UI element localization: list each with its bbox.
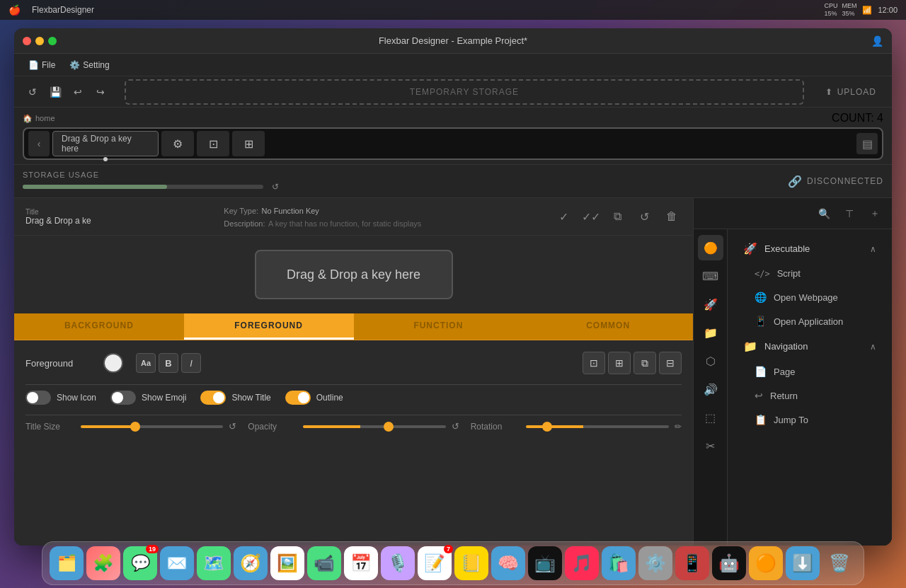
save-button[interactable]: 💾 xyxy=(45,82,65,102)
category-executable[interactable]: 🚀 Executable ∧ xyxy=(733,236,886,261)
align-right-button[interactable]: ⧉ xyxy=(633,352,656,374)
tab-background[interactable]: BACKGROUND xyxy=(14,313,184,340)
key-item-gear[interactable]: ⚙ xyxy=(161,131,194,156)
dock-notes[interactable]: 📒 xyxy=(454,546,488,580)
tab-foreground[interactable]: FOREGROUND xyxy=(184,313,354,340)
child-open-webpage[interactable]: 🌐 Open Webpage xyxy=(745,286,886,309)
upload-button[interactable]: ⬆ UPLOAD xyxy=(818,83,883,101)
apple-logo-icon[interactable]: 🍎 xyxy=(8,4,21,16)
show-icon-toggle[interactable] xyxy=(25,391,51,405)
side-icon-tools[interactable]: ✂ xyxy=(698,433,723,459)
side-icon-keyboard[interactable]: ⌨ xyxy=(698,263,723,289)
dock-messages[interactable]: 💬 19 xyxy=(123,546,157,580)
show-title-toggle[interactable] xyxy=(200,391,226,405)
cpu-label: CPU xyxy=(824,2,837,10)
count-label: COUNT: 4 xyxy=(832,112,883,125)
user-icon[interactable]: 👤 xyxy=(871,35,883,47)
dock-safari[interactable]: 🧭 xyxy=(234,546,268,580)
opacity-refresh[interactable]: ↺ xyxy=(452,421,459,432)
breadcrumb: 🏠 home xyxy=(23,114,55,123)
color-picker[interactable] xyxy=(103,353,123,373)
align-left-button[interactable]: ⊡ xyxy=(583,352,605,374)
dock-photos[interactable]: 🖼️ xyxy=(270,546,304,580)
double-check-button[interactable]: ✓✓ xyxy=(581,207,601,226)
key-item-grid[interactable]: ⊞ xyxy=(232,131,265,156)
child-page[interactable]: 📄 Page xyxy=(745,360,886,383)
add-button[interactable]: ＋ xyxy=(865,204,885,224)
child-jump-to[interactable]: 📋 Jump To xyxy=(745,408,886,431)
tab-common[interactable]: COMMON xyxy=(523,313,693,340)
reset-button[interactable]: ↺ xyxy=(635,207,655,226)
refresh-button[interactable]: ↺ xyxy=(23,82,42,102)
menu-file[interactable]: 📄 File xyxy=(23,57,61,73)
font-icon[interactable]: Aa xyxy=(136,353,156,373)
title-size-refresh[interactable]: ↺ xyxy=(229,421,236,432)
side-icon-volume[interactable]: 🔊 xyxy=(698,376,723,402)
redo-button[interactable]: ↪ xyxy=(91,82,110,102)
end-button[interactable]: ▤ xyxy=(856,133,878,154)
confirm-button[interactable]: ✓ xyxy=(554,207,574,226)
filter-button[interactable]: ⊤ xyxy=(839,204,859,224)
key-item-expand[interactable]: ⊡ xyxy=(197,131,229,156)
child-script[interactable]: </> Script xyxy=(745,263,886,284)
close-button[interactable] xyxy=(23,37,31,45)
child-open-application[interactable]: 📱 Open Application xyxy=(745,310,886,333)
dock-chatgpt[interactable]: 🤖 xyxy=(712,546,746,580)
title-size-slider[interactable] xyxy=(81,425,223,428)
setting-label: Setting xyxy=(83,60,109,70)
dock-downloads[interactable]: ⬇️ xyxy=(786,546,820,580)
jump-to-icon: 📋 xyxy=(755,414,767,425)
title-size-label: Title Size xyxy=(25,422,75,432)
grid-button[interactable]: ⊟ xyxy=(659,352,682,374)
show-icon-group: Show Icon xyxy=(25,391,96,405)
preview-text: Drag & Drop a key here xyxy=(287,267,420,282)
dock-appstore[interactable]: 🛍️ xyxy=(602,546,636,580)
dock-music[interactable]: 🎵 xyxy=(565,546,599,580)
webpage-icon: 🌐 xyxy=(755,292,767,303)
dock-reminders[interactable]: 📝 7 xyxy=(418,546,452,580)
dock-phone-mirror[interactable]: 📱 xyxy=(675,546,709,580)
category-navigation[interactable]: 📁 Navigation ∧ xyxy=(733,334,886,359)
right-panel: 🔍 ⊤ ＋ 🟠 ⌨ 🚀 📁 ⬡ 🔊 ⬚ ✂ xyxy=(694,198,892,546)
align-center-button[interactable]: ⊞ xyxy=(608,352,631,374)
search-button[interactable]: 🔍 xyxy=(814,204,834,224)
side-icon-rocket[interactable]: 🚀 xyxy=(698,292,723,317)
dock-maps[interactable]: 🗺️ xyxy=(197,546,231,580)
italic-button[interactable]: I xyxy=(181,353,201,373)
dock-flexbar[interactable]: 🟠 xyxy=(749,546,783,580)
rotation-slider[interactable] xyxy=(526,425,669,428)
dock-settings[interactable]: ⚙️ xyxy=(638,546,672,580)
copy-button[interactable]: ⧉ xyxy=(608,207,628,226)
file-label: File xyxy=(42,60,55,70)
dock-trash[interactable]: 🗑️ xyxy=(822,546,856,580)
opacity-slider[interactable] xyxy=(303,425,445,428)
child-return[interactable]: ↩ Return xyxy=(745,384,886,407)
delete-button[interactable]: 🗑 xyxy=(662,207,682,226)
dock-siri[interactable]: 🎙️ xyxy=(381,546,415,580)
temp-storage-label: TEMPORARY STORAGE xyxy=(410,87,519,97)
side-icon-folder[interactable]: 📁 xyxy=(698,320,723,345)
storage-refresh-icon[interactable]: ↺ xyxy=(272,182,279,192)
key-item-drag-drop[interactable]: Drag & Drop a key here xyxy=(52,131,159,156)
undo-button[interactable]: ↩ xyxy=(68,82,88,102)
rotation-group: Rotation ✏ xyxy=(471,422,682,432)
dock-facetime[interactable]: 📹 xyxy=(307,546,341,580)
tab-function[interactable]: FUNCTION xyxy=(354,313,524,340)
side-icon-flexbar[interactable]: 🟠 xyxy=(698,235,723,260)
minimize-button[interactable] xyxy=(35,37,44,45)
bold-button[interactable]: B xyxy=(159,353,178,373)
maximize-button[interactable] xyxy=(48,37,57,45)
outline-toggle[interactable] xyxy=(285,391,311,405)
back-button[interactable]: ‹ xyxy=(28,131,50,156)
dock-launchpad[interactable]: 🧩 xyxy=(86,546,120,580)
dock-finder[interactable]: 🗂️ xyxy=(50,546,84,580)
side-icon-border[interactable]: ⬚ xyxy=(698,405,723,430)
dock-appletv[interactable]: 📺 xyxy=(528,546,562,580)
dock-calendar[interactable]: 📅 xyxy=(344,546,378,580)
dock-mail[interactable]: ✉️ xyxy=(160,546,194,580)
side-icon-cube[interactable]: ⬡ xyxy=(698,348,723,374)
key-desc-value: A key that has no function, for static d… xyxy=(268,219,421,228)
dock-mindnode[interactable]: 🧠 xyxy=(491,546,525,580)
menu-setting[interactable]: ⚙️ Setting xyxy=(64,57,115,73)
show-emoji-toggle[interactable] xyxy=(110,391,136,405)
